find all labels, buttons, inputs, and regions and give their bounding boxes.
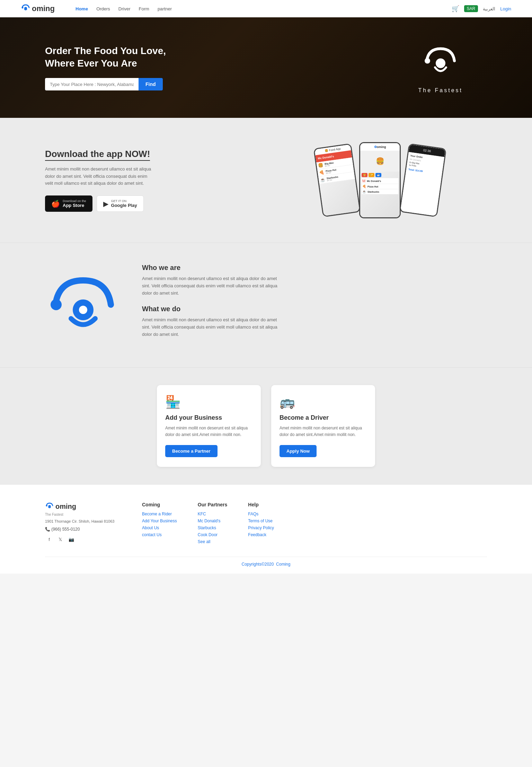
- app-buttons: 🍎 Download on the App Store ▶ GET IT ON …: [45, 195, 259, 212]
- cards-section: 🏪 Add your Business Amet minim mollit no…: [0, 367, 532, 484]
- copyright-text: Copyrights©2020: [242, 562, 274, 567]
- login-button[interactable]: Login: [500, 6, 511, 11]
- navbar-right: 🛒 SAR العربية Login: [452, 5, 512, 12]
- svg-point-8: [46, 505, 47, 507]
- hero-logo-right: The Fastest: [418, 42, 463, 94]
- googleplay-button[interactable]: ▶ GET IT ON Google Play: [97, 195, 144, 212]
- googleplay-sub: GET IT ON: [111, 199, 137, 203]
- footer-phone: 📞 (966) 555-0120: [45, 527, 121, 532]
- phone-mockups: 🍔 Food App Mc Donald's 🍔Big Mac$5.99 🍕Pi…: [273, 139, 487, 222]
- logo-text: oming: [32, 4, 55, 13]
- footer-brand-link[interactable]: Coming: [276, 562, 290, 567]
- find-button[interactable]: Find: [139, 78, 163, 90]
- footer-bottom: Copyrights©2020 Coming: [45, 557, 487, 567]
- footer-link-starbucks[interactable]: Starbucks: [198, 525, 228, 530]
- footer-col-partners: Our Partners KFC Mc Donald's Starbucks C…: [198, 502, 228, 546]
- footer-link-become-rider[interactable]: Become a Rider: [142, 512, 177, 516]
- what-text: Amet minim mollit non deserunt ullamco e…: [142, 316, 281, 338]
- hero-section: Order The Food You Love, Where Ever You …: [0, 17, 532, 118]
- appstore-button[interactable]: 🍎 Download on the App Store: [45, 195, 92, 212]
- nav-driver[interactable]: Driver: [118, 6, 131, 11]
- about-content: Who we are Amet minim mollit non deserun…: [142, 264, 487, 347]
- phone-left: 🍔 Food App Mc Donald's 🍔Big Mac$5.99 🍕Pi…: [313, 143, 361, 217]
- cart-icon[interactable]: 🛒: [452, 5, 459, 12]
- nav-partner[interactable]: partner: [158, 6, 172, 11]
- driver-icon: 🚌: [280, 395, 367, 409]
- apple-icon: 🍎: [51, 200, 60, 208]
- instagram-icon[interactable]: 📷: [67, 535, 76, 543]
- appstore-main: App Store: [63, 203, 86, 208]
- facebook-icon[interactable]: f: [45, 535, 53, 543]
- footer-socials: f 𝕏 📷: [45, 535, 121, 543]
- footer-link-see-all[interactable]: See all: [198, 539, 228, 544]
- svg-point-3: [425, 58, 430, 64]
- footer-top: oming The Fastest 1901 Thornage Cir. Shi…: [45, 502, 487, 546]
- logo[interactable]: oming: [21, 3, 55, 14]
- card-business-title: Add your Business: [165, 414, 252, 421]
- who-we-are-block: Who we are Amet minim mollit non deserun…: [142, 264, 487, 297]
- footer-col-help: Help FAQs Terms of Use Privacy Policy Fe…: [248, 502, 274, 546]
- googleplay-main: Google Play: [111, 203, 137, 208]
- svg-point-6: [51, 299, 62, 310]
- footer-link-terms[interactable]: Terms of Use: [248, 518, 274, 523]
- download-section: Download the app NOW! Amet minim mollit …: [0, 118, 532, 243]
- google-icon: ▶: [103, 200, 108, 208]
- footer-tagline: The Fastest: [45, 513, 121, 516]
- business-icon: 🏪: [165, 395, 252, 409]
- footer-brand: oming The Fastest 1901 Thornage Cir. Shi…: [45, 502, 121, 546]
- navbar: oming Home Orders Driver Form partner 🛒 …: [0, 0, 532, 17]
- hero-search: Find: [45, 78, 184, 90]
- footer-logo: oming: [45, 502, 121, 511]
- hero-tagline: The Fastest: [418, 87, 463, 94]
- footer-link-mcdonalds[interactable]: Mc Donald's: [198, 518, 228, 523]
- footer-link-feedback[interactable]: Feedback: [248, 532, 274, 537]
- about-logo-svg: [45, 270, 121, 339]
- footer-link-cookdoor[interactable]: Cook Door: [198, 532, 228, 537]
- become-partner-button[interactable]: Become a Partner: [165, 445, 218, 457]
- nav-home[interactable]: Home: [76, 6, 88, 11]
- phone-icon: 📞: [45, 527, 50, 532]
- footer-logo-icon: [45, 502, 54, 511]
- hero-title: Order The Food You Love, Where Ever You …: [45, 45, 184, 70]
- phone-center: ⚙oming 🍔 🍔 🌮 ☕ M Mc Donald's 🍕Pizza Hut …: [359, 142, 401, 218]
- download-desc: Amet minim mollit non deserunt ullamco e…: [45, 166, 156, 187]
- nav-form[interactable]: Form: [139, 6, 149, 11]
- footer-col-coming: Coming Become a Rider Add Your Business …: [142, 502, 177, 546]
- twitter-icon[interactable]: 𝕏: [56, 535, 64, 543]
- about-logo: [45, 270, 121, 340]
- card-driver-desc: Amet minim mollit non deserunt est sit a…: [280, 425, 367, 438]
- footer-link-about-us[interactable]: About Us: [142, 525, 177, 530]
- download-content: Download the app NOW! Amet minim mollit …: [45, 149, 259, 212]
- who-text: Amet minim mollit non deserunt ullamco e…: [142, 275, 281, 297]
- card-driver-title: Become a Driver: [280, 414, 367, 421]
- about-section: Who we are Amet minim mollit non deserun…: [0, 243, 532, 367]
- svg-point-2: [436, 59, 445, 68]
- footer-logo-text: oming: [55, 503, 76, 511]
- card-driver: 🚌 Become a Driver Amet minim mollit non …: [271, 385, 375, 467]
- footer-link-contact-us[interactable]: contact Us: [142, 532, 177, 537]
- location-input[interactable]: [45, 78, 139, 90]
- appstore-sub: Download on the: [63, 199, 86, 203]
- arabic-label[interactable]: العربية: [483, 6, 495, 11]
- footer-link-privacy[interactable]: Privacy Policy: [248, 525, 274, 530]
- footer-partners-heading: Our Partners: [198, 502, 228, 507]
- nav-links: Home Orders Driver Form partner: [76, 6, 172, 11]
- footer-link-add-business[interactable]: Add Your Business: [142, 518, 177, 523]
- footer-link-faqs[interactable]: FAQs: [248, 512, 274, 516]
- footer: oming The Fastest 1901 Thornage Cir. Shi…: [0, 484, 532, 574]
- apply-now-button[interactable]: Apply Now: [280, 445, 317, 457]
- logo-icon: [21, 3, 30, 14]
- card-business: 🏪 Add your Business Amet minim mollit no…: [157, 385, 261, 467]
- card-business-desc: Amet minim mollit non deserunt est sit a…: [165, 425, 252, 438]
- download-title: Download the app NOW!: [45, 149, 150, 161]
- lang-button[interactable]: SAR: [464, 5, 478, 12]
- hero-logo-svg: [420, 42, 461, 84]
- who-heading: Who we are: [142, 264, 487, 272]
- what-we-do-block: What we do Amet minim mollit non deserun…: [142, 305, 487, 338]
- what-heading: What we do: [142, 305, 487, 313]
- footer-link-kfc[interactable]: KFC: [198, 512, 228, 516]
- hero-content: Order The Food You Love, Where Ever You …: [45, 45, 184, 91]
- footer-coming-heading: Coming: [142, 502, 177, 507]
- svg-point-1: [22, 7, 24, 9]
- nav-orders[interactable]: Orders: [96, 6, 110, 11]
